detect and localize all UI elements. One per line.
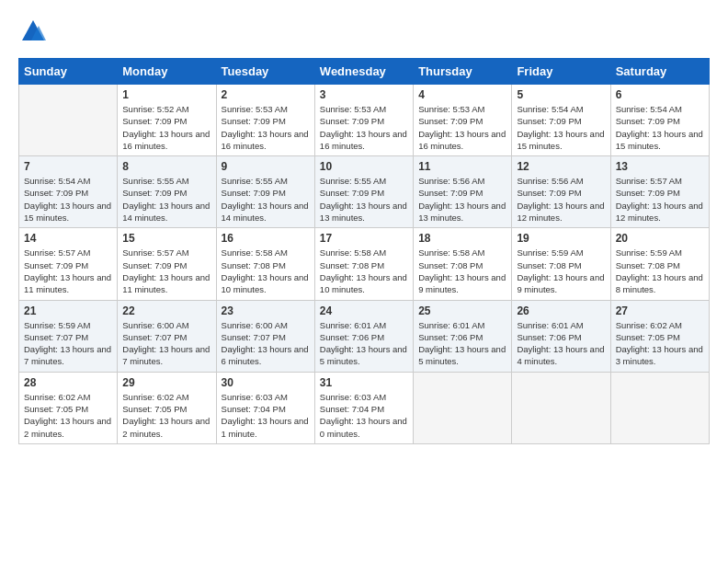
calendar-cell: 28Sunrise: 6:02 AMSunset: 7:05 PMDayligh… (19, 372, 118, 443)
day-info: Sunrise: 6:00 AMSunset: 7:07 PMDaylight:… (222, 319, 310, 368)
day-info: Sunrise: 5:56 AMSunset: 7:09 PMDaylight:… (418, 175, 506, 224)
weekday-header-wednesday: Wednesday (314, 59, 413, 85)
day-info: Sunrise: 6:02 AMSunset: 7:05 PMDaylight:… (616, 319, 704, 368)
calendar-cell: 23Sunrise: 6:00 AMSunset: 7:07 PMDayligh… (216, 300, 314, 372)
calendar-cell: 30Sunrise: 6:03 AMSunset: 7:04 PMDayligh… (216, 372, 314, 443)
week-row-2: 7Sunrise: 5:54 AMSunset: 7:09 PMDaylight… (19, 156, 710, 228)
calendar-cell: 10Sunrise: 5:55 AMSunset: 7:09 PMDayligh… (314, 156, 413, 228)
calendar-cell: 8Sunrise: 5:55 AMSunset: 7:09 PMDaylight… (118, 156, 216, 228)
day-info: Sunrise: 5:54 AMSunset: 7:09 PMDaylight:… (517, 103, 605, 152)
weekday-header-monday: Monday (118, 59, 216, 85)
calendar-cell: 31Sunrise: 6:03 AMSunset: 7:04 PMDayligh… (314, 372, 413, 443)
calendar-cell: 4Sunrise: 5:53 AMSunset: 7:09 PMDaylight… (414, 85, 512, 156)
calendar-cell: 3Sunrise: 5:53 AMSunset: 7:09 PMDaylight… (314, 85, 413, 156)
day-number: 23 (222, 304, 310, 317)
day-info: Sunrise: 6:03 AMSunset: 7:04 PMDaylight:… (320, 391, 408, 440)
calendar-cell: 12Sunrise: 5:56 AMSunset: 7:09 PMDayligh… (512, 156, 610, 228)
week-row-5: 28Sunrise: 6:02 AMSunset: 7:05 PMDayligh… (19, 372, 710, 443)
day-info: Sunrise: 5:54 AMSunset: 7:09 PMDaylight:… (24, 175, 112, 224)
day-info: Sunrise: 6:02 AMSunset: 7:05 PMDaylight:… (122, 391, 210, 440)
calendar-cell: 2Sunrise: 5:53 AMSunset: 7:09 PMDaylight… (216, 85, 314, 156)
day-number: 3 (320, 88, 408, 101)
calendar-cell: 27Sunrise: 6:02 AMSunset: 7:05 PMDayligh… (610, 300, 709, 372)
day-number: 8 (122, 160, 210, 173)
day-info: Sunrise: 5:53 AMSunset: 7:09 PMDaylight:… (222, 103, 310, 152)
day-info: Sunrise: 5:58 AMSunset: 7:08 PMDaylight:… (418, 247, 506, 295)
day-info: Sunrise: 6:01 AMSunset: 7:06 PMDaylight:… (517, 319, 605, 368)
weekday-header-row: SundayMondayTuesdayWednesdayThursdayFrid… (19, 59, 710, 85)
day-info: Sunrise: 6:02 AMSunset: 7:05 PMDaylight:… (24, 391, 112, 440)
day-info: Sunrise: 5:53 AMSunset: 7:09 PMDaylight:… (320, 103, 408, 152)
day-number: 7 (24, 160, 112, 173)
calendar-cell: 29Sunrise: 6:02 AMSunset: 7:05 PMDayligh… (118, 372, 216, 443)
day-info: Sunrise: 5:54 AMSunset: 7:09 PMDaylight:… (616, 103, 704, 152)
day-info: Sunrise: 5:58 AMSunset: 7:08 PMDaylight:… (320, 247, 408, 295)
day-number: 20 (616, 232, 704, 245)
day-info: Sunrise: 5:59 AMSunset: 7:08 PMDaylight:… (616, 247, 704, 295)
day-info: Sunrise: 5:55 AMSunset: 7:09 PMDaylight:… (320, 175, 408, 224)
calendar-cell: 25Sunrise: 6:01 AMSunset: 7:06 PMDayligh… (414, 300, 512, 372)
day-number: 12 (517, 160, 605, 173)
day-info: Sunrise: 5:55 AMSunset: 7:09 PMDaylight:… (222, 175, 310, 224)
calendar-cell: 19Sunrise: 5:59 AMSunset: 7:08 PMDayligh… (512, 228, 610, 300)
logo-icon (20, 18, 46, 44)
week-row-4: 21Sunrise: 5:59 AMSunset: 7:07 PMDayligh… (19, 300, 710, 372)
day-number: 4 (418, 88, 506, 101)
day-info: Sunrise: 5:57 AMSunset: 7:09 PMDaylight:… (24, 247, 112, 295)
calendar-cell: 11Sunrise: 5:56 AMSunset: 7:09 PMDayligh… (414, 156, 512, 228)
day-number: 5 (517, 88, 605, 101)
calendar-cell: 1Sunrise: 5:52 AMSunset: 7:09 PMDaylight… (118, 85, 216, 156)
day-info: Sunrise: 5:53 AMSunset: 7:09 PMDaylight:… (418, 103, 506, 152)
day-number: 24 (320, 304, 408, 317)
day-number: 31 (320, 376, 408, 389)
day-number: 27 (616, 304, 704, 317)
day-number: 25 (418, 304, 506, 317)
day-number: 17 (320, 232, 408, 245)
calendar-cell: 14Sunrise: 5:57 AMSunset: 7:09 PMDayligh… (19, 228, 118, 300)
day-info: Sunrise: 6:03 AMSunset: 7:04 PMDaylight:… (222, 391, 310, 440)
calendar-cell: 22Sunrise: 6:00 AMSunset: 7:07 PMDayligh… (118, 300, 216, 372)
logo-text (18, 18, 46, 49)
day-number: 10 (320, 160, 408, 173)
weekday-header-saturday: Saturday (610, 59, 709, 85)
day-info: Sunrise: 5:57 AMSunset: 7:09 PMDaylight:… (616, 175, 704, 224)
calendar-cell (19, 85, 118, 156)
calendar-cell: 17Sunrise: 5:58 AMSunset: 7:08 PMDayligh… (314, 228, 413, 300)
calendar-cell: 9Sunrise: 5:55 AMSunset: 7:09 PMDaylight… (216, 156, 314, 228)
calendar-cell: 20Sunrise: 5:59 AMSunset: 7:08 PMDayligh… (610, 228, 709, 300)
calendar-cell: 16Sunrise: 5:58 AMSunset: 7:08 PMDayligh… (216, 228, 314, 300)
day-number: 28 (24, 376, 112, 389)
day-number: 30 (222, 376, 310, 389)
weekday-header-thursday: Thursday (414, 59, 512, 85)
day-number: 29 (122, 376, 210, 389)
day-number: 22 (122, 304, 210, 317)
day-info: Sunrise: 6:01 AMSunset: 7:06 PMDaylight:… (418, 319, 506, 368)
calendar-cell: 6Sunrise: 5:54 AMSunset: 7:09 PMDaylight… (610, 85, 709, 156)
calendar-cell: 7Sunrise: 5:54 AMSunset: 7:09 PMDaylight… (19, 156, 118, 228)
day-info: Sunrise: 5:59 AMSunset: 7:07 PMDaylight:… (24, 319, 112, 368)
calendar-cell: 5Sunrise: 5:54 AMSunset: 7:09 PMDaylight… (512, 85, 610, 156)
week-row-3: 14Sunrise: 5:57 AMSunset: 7:09 PMDayligh… (19, 228, 710, 300)
day-number: 21 (24, 304, 112, 317)
logo (18, 18, 46, 49)
day-number: 13 (616, 160, 704, 173)
calendar-cell: 18Sunrise: 5:58 AMSunset: 7:08 PMDayligh… (414, 228, 512, 300)
day-number: 16 (222, 232, 310, 245)
calendar-cell: 15Sunrise: 5:57 AMSunset: 7:09 PMDayligh… (118, 228, 216, 300)
calendar-cell: 26Sunrise: 6:01 AMSunset: 7:06 PMDayligh… (512, 300, 610, 372)
day-info: Sunrise: 5:59 AMSunset: 7:08 PMDaylight:… (517, 247, 605, 295)
day-number: 9 (222, 160, 310, 173)
day-number: 18 (418, 232, 506, 245)
weekday-header-friday: Friday (512, 59, 610, 85)
day-info: Sunrise: 5:55 AMSunset: 7:09 PMDaylight:… (122, 175, 210, 224)
day-info: Sunrise: 5:52 AMSunset: 7:09 PMDaylight:… (122, 103, 210, 152)
day-number: 2 (222, 88, 310, 101)
week-row-1: 1Sunrise: 5:52 AMSunset: 7:09 PMDaylight… (19, 85, 710, 156)
calendar-cell: 24Sunrise: 6:01 AMSunset: 7:06 PMDayligh… (314, 300, 413, 372)
calendar-table: SundayMondayTuesdayWednesdayThursdayFrid… (18, 58, 710, 444)
day-info: Sunrise: 6:01 AMSunset: 7:06 PMDaylight:… (320, 319, 408, 368)
day-number: 15 (122, 232, 210, 245)
day-info: Sunrise: 5:56 AMSunset: 7:09 PMDaylight:… (517, 175, 605, 224)
day-number: 11 (418, 160, 506, 173)
calendar-cell (512, 372, 610, 443)
